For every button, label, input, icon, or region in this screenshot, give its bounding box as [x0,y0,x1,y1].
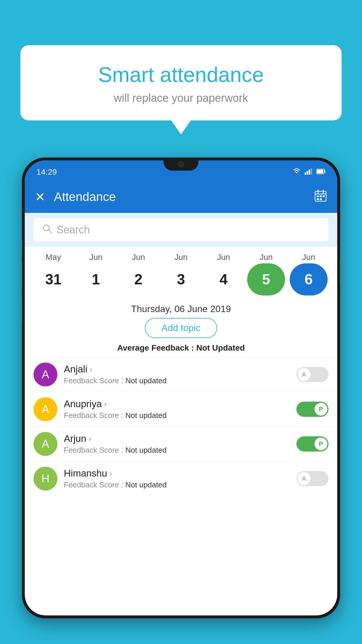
month-4: Jun [205,253,242,262]
svg-rect-13 [323,195,325,197]
student-item-anjali[interactable]: A Anjali › Feedback Score : Not updated [25,357,337,392]
silent-button [22,296,22,322]
selected-date: Thursday, 06 June 2019 [25,298,337,318]
avg-feedback: Average Feedback : Not Updated [25,341,337,357]
close-button[interactable]: ✕ [35,190,45,204]
search-placeholder: Search [57,224,90,236]
student-list: A Anjali › Feedback Score : Not updated [25,357,337,496]
svg-rect-2 [309,169,310,175]
date-3[interactable]: 3 [162,263,200,295]
date-2[interactable]: 2 [120,263,157,295]
month-3: Jun [162,253,200,262]
toggle-knob-anjali: A [298,368,310,381]
student-name-himanshu: Himanshu › [64,468,290,479]
svg-rect-0 [305,172,306,175]
month-5: Jun [247,253,285,262]
date-1[interactable]: 1 [77,263,115,295]
calendar-dates: 31 1 2 3 4 5 6 [25,263,337,295]
svg-point-16 [43,225,49,231]
phone-notch [164,158,198,171]
phone-screen: 14:29 [25,160,337,615]
student-feedback-arjun: Feedback Score : Not updated [64,446,290,455]
student-info-himanshu: Himanshu › Feedback Score : Not updated [64,468,290,489]
toggle-anjali[interactable]: A [296,367,328,382]
calendar-months: May Jun Jun Jun Jun Jun Jun [25,253,337,262]
chevron-icon: › [90,365,92,374]
student-info-arjun: Arjun › Feedback Score : Not updated [64,433,290,455]
month-1: Jun [77,253,115,262]
student-feedback-anjali: Feedback Score : Not updated [64,376,290,385]
date-5-today[interactable]: 5 [247,263,285,295]
student-info-anjali: Anjali › Feedback Score : Not updated [64,364,290,385]
student-item-arjun[interactable]: A Arjun › Feedback Score : Not updated [25,426,337,461]
add-topic-button[interactable]: Add topic [145,318,217,338]
app-bar-title: Attendance [54,190,305,204]
student-feedback-anupriya: Feedback Score : Not updated [64,411,290,420]
wifi-icon [292,168,301,176]
avatar-arjun: A [34,432,57,456]
svg-line-17 [49,230,52,233]
bubble-subtitle: will replace your paperwork [35,92,327,104]
calendar-icon[interactable] [314,189,327,205]
date-6-selected[interactable]: 6 [290,263,328,295]
search-bar[interactable]: Search [34,218,328,242]
bubble-title: Smart attendance [35,63,327,87]
student-name-anjali: Anjali › [64,364,290,375]
svg-rect-15 [320,198,322,200]
avatar-himanshu: H [34,467,57,491]
calendar-strip: May Jun Jun Jun Jun Jun Jun 31 1 2 3 4 5… [25,247,337,298]
search-container: Search [25,213,337,247]
student-feedback-himanshu: Feedback Score : Not updated [64,480,290,489]
toggle-anupriya[interactable]: P [296,402,328,417]
battery-icon [316,169,326,176]
search-icon [42,224,52,236]
toggle-himanshu[interactable]: A [296,471,328,486]
toggle-arjun[interactable]: P [296,436,328,452]
vol-up-button [22,239,22,255]
svg-rect-14 [317,198,319,200]
avatar-anupriya: A [34,397,57,421]
camera [178,161,184,167]
student-item-anupriya[interactable]: A Anupriya › Feedback Score : Not update… [25,392,337,426]
signal-icon [305,168,313,176]
chevron-icon: › [104,400,107,409]
svg-rect-3 [311,168,312,175]
avatar-anjali: A [34,363,57,386]
toggle-knob-himanshu: A [298,472,310,485]
svg-rect-11 [317,195,319,197]
student-item-himanshu[interactable]: H Himanshu › Feedback Score : Not update… [25,461,337,496]
svg-rect-6 [317,170,323,173]
avg-feedback-label: Average Feedback : [117,343,196,352]
content-area: Thursday, 06 June 2019 Add topic Average… [25,298,337,496]
month-0: May [34,253,72,262]
student-name-arjun: Arjun › [64,433,290,444]
svg-rect-1 [307,171,308,175]
status-icons [292,168,326,176]
toggle-knob-anupriya: P [314,403,327,416]
speech-bubble: Smart attendance will replace your paper… [20,45,342,120]
speech-bubble-container: Smart attendance will replace your paper… [20,45,342,120]
date-31[interactable]: 31 [34,263,72,295]
student-info-anupriya: Anupriya › Feedback Score : Not updated [64,398,290,420]
avg-feedback-value: Not Updated [196,343,245,352]
chevron-icon: › [89,434,91,443]
vol-down-button [22,262,22,289]
month-6: Jun [290,253,328,262]
date-4[interactable]: 4 [205,263,242,295]
svg-rect-5 [324,170,325,173]
student-name-anupriya: Anupriya › [64,398,290,410]
svg-rect-12 [320,195,322,197]
month-2: Jun [120,253,157,262]
status-time: 14:29 [36,167,57,177]
app-bar: ✕ Attendance [25,181,337,213]
toggle-knob-arjun: P [314,438,327,450]
power-button [340,260,340,283]
phone-frame: 14:29 [22,158,340,618]
phone-container: 14:29 [22,158,340,644]
chevron-icon: › [110,469,112,478]
